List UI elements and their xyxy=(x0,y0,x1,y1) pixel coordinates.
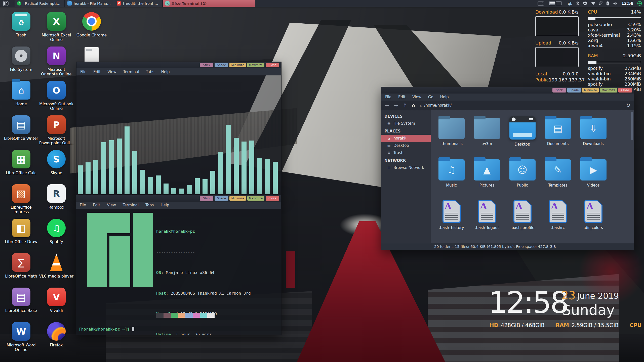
file-w3m[interactable]: .w3m xyxy=(469,114,505,155)
desktop-icon-lo-math[interactable]: ∑ LibreOffice Math xyxy=(4,251,39,286)
desktop-icon-ms-word[interactable]: W Microsoft Word Online xyxy=(4,320,39,354)
desktop-icon-chrome[interactable]: Google Chrome xyxy=(74,10,109,44)
window-button[interactable]: Close xyxy=(618,88,632,93)
update-notifier-icon[interactable] xyxy=(637,1,642,6)
desktop-icon-lo-draw[interactable]: ◧ LibreOffice Draw xyxy=(4,217,39,251)
menu-item[interactable]: File xyxy=(80,70,87,74)
menu-item[interactable]: File xyxy=(80,203,86,207)
file-bash-logout[interactable]: A .bash_logout xyxy=(469,197,505,238)
sidebar-item-trash[interactable]: ♻ Trash xyxy=(381,149,431,157)
file-desktop[interactable]: Desktop xyxy=(505,114,540,155)
window-button[interactable]: Maximize xyxy=(247,63,264,67)
window-button[interactable]: Close xyxy=(266,63,279,67)
menu-item[interactable]: Terminal xyxy=(123,203,139,207)
menu-item[interactable]: Tabs xyxy=(145,203,154,207)
file-bashrc[interactable]: A .bashrc xyxy=(540,197,576,238)
sidebar-item-horakk[interactable]: ⌂ horakk xyxy=(381,135,431,142)
applications-menu-button[interactable] xyxy=(0,0,12,7)
scrollbar[interactable] xyxy=(631,111,633,242)
file-templates[interactable]: ✎ Templates xyxy=(540,155,576,197)
qbittorrent-tray-icon[interactable]: qb xyxy=(568,2,572,6)
shield-check-icon[interactable] xyxy=(583,1,587,6)
up-icon[interactable]: ↑ xyxy=(403,102,407,108)
volume-icon[interactable] xyxy=(613,2,618,6)
terminal-body[interactable]: horakk@horakk-pc ---------------- OS: Ma… xyxy=(76,209,281,335)
task-vivaldi[interactable]: V [reddit: the front page... xyxy=(114,0,163,7)
file-music[interactable]: ♫ Music xyxy=(434,155,469,197)
window-button[interactable]: Shade xyxy=(215,196,228,201)
task-file-manager[interactable]: horakk - File Manager xyxy=(65,0,114,7)
menu-item[interactable]: Edit xyxy=(93,203,100,207)
desktop-icon-ms-outlook[interactable]: O Microsoft Outlook Online xyxy=(39,79,74,113)
home-icon[interactable]: ⌂ xyxy=(412,102,415,108)
sidebar-item-browse-network[interactable]: ⊞ Browse Network xyxy=(381,164,431,171)
workspace-2[interactable] xyxy=(556,2,561,5)
partially-hidden-document-icon[interactable] xyxy=(85,47,99,62)
file-documents[interactable]: ▤ Documents xyxy=(540,114,576,155)
desktop-icon-file-system[interactable]: File System xyxy=(4,44,39,79)
window-button[interactable]: Stick xyxy=(200,196,213,201)
window-button[interactable]: Minimize xyxy=(229,196,246,201)
window-button[interactable]: Stick xyxy=(552,88,566,93)
desktop-icon-spotify[interactable]: ♫ Spotify xyxy=(39,217,74,251)
menu-item[interactable]: Edit xyxy=(398,95,406,99)
desktop-icon-rambox[interactable]: R Rambox xyxy=(39,182,74,217)
menu-item[interactable]: View xyxy=(107,203,116,207)
window-button[interactable]: Close xyxy=(266,196,279,201)
file-thumbnails[interactable]: .thumbnails xyxy=(434,114,469,155)
file-dir-colors[interactable]: A .dir_colors xyxy=(576,197,611,238)
menu-item[interactable]: Help xyxy=(440,95,449,99)
clipboard-paperclip-icon[interactable] xyxy=(599,1,602,6)
panel-grip[interactable]: ⋮ xyxy=(12,0,15,7)
desktop-icon-ms-onenote[interactable]: N Microsoft Onenote Online xyxy=(39,44,74,79)
file-icon-view[interactable]: .thumbnails .w3m Desktop xyxy=(431,110,634,243)
path-bar[interactable]: ⌂ /home/horakk/ xyxy=(420,103,452,108)
workspace-1[interactable] xyxy=(549,2,555,5)
file-videos[interactable]: ▶ Videos xyxy=(576,155,611,197)
window-button[interactable]: Maximize xyxy=(600,88,617,93)
window-button[interactable]: Minimize xyxy=(229,63,246,67)
menu-item[interactable]: Terminal xyxy=(123,70,139,74)
task-spotify[interactable]: ♪ [Radical Redemption - ... xyxy=(15,0,65,7)
window-button[interactable]: Shade xyxy=(567,88,581,93)
file-bash-profile[interactable]: A .bash_profile xyxy=(505,197,540,238)
sidebar-item-file-system[interactable]: ◉ File System xyxy=(381,120,431,127)
menu-item[interactable]: Tabs xyxy=(146,70,154,74)
panel-clock[interactable]: 12:58 xyxy=(621,1,633,6)
menu-item[interactable]: Edit xyxy=(93,70,101,74)
desktop-icon-home[interactable]: ⌂ Home xyxy=(4,79,39,113)
desktop-icon-lo-calc[interactable]: ▦ LibreOffice Calc xyxy=(4,148,39,182)
show-desktop-icon[interactable] xyxy=(538,1,544,6)
wifi-icon[interactable] xyxy=(591,2,595,5)
file-downloads[interactable]: ⇩ Downloads xyxy=(576,114,611,155)
desktop-icon-ms-powerpoint[interactable]: P Microsoft Powerpoint Onli... xyxy=(39,113,74,148)
menu-item[interactable]: File xyxy=(385,95,391,99)
battery-icon[interactable] xyxy=(606,1,609,6)
sidebar-item-desktop[interactable]: ▭ Desktop xyxy=(381,142,431,149)
task-xfce-terminal[interactable]: >_ Xfce Terminal (2) xyxy=(163,0,255,7)
bluetooth-icon[interactable] xyxy=(576,1,579,6)
file-public[interactable]: ☺ Public xyxy=(505,155,540,197)
window-button[interactable]: Minimize xyxy=(582,88,598,93)
menu-item[interactable]: View xyxy=(412,95,421,99)
desktop-icon-lo-impress[interactable]: ▧ LibreOffice Impress xyxy=(4,182,39,217)
menu-item[interactable]: Go xyxy=(428,95,433,99)
desktop-icon-lo-base[interactable]: ▤ LibreOffice Base xyxy=(4,286,39,320)
menu-item[interactable]: Help xyxy=(160,203,169,207)
forward-icon[interactable]: → xyxy=(394,102,398,108)
desktop-icon-vivaldi[interactable]: V Vivaldi xyxy=(39,286,74,320)
workspace-pager[interactable] xyxy=(549,2,561,5)
refresh-icon[interactable]: ↻ xyxy=(626,102,630,108)
scrollbar-thumb[interactable] xyxy=(631,112,633,140)
desktop-icon-vlc[interactable]: VLC media player xyxy=(39,251,74,286)
menu-item[interactable]: View xyxy=(107,70,116,74)
terminal-body[interactable] xyxy=(76,75,281,196)
back-icon[interactable]: ← xyxy=(385,102,389,108)
menu-item[interactable]: Help xyxy=(161,70,170,74)
window-button[interactable]: Shade xyxy=(215,63,228,67)
file-bash-history[interactable]: A .bash_history xyxy=(434,197,469,238)
file-pictures[interactable]: ▲ Pictures xyxy=(469,155,505,197)
desktop-icon-firefox[interactable]: Firefox xyxy=(39,320,74,354)
desktop-icon-ms-excel[interactable]: X Microsoft Excel Online xyxy=(39,10,74,44)
desktop-icon-lo-writer[interactable]: ▤ LibreOffice Writer xyxy=(4,113,39,148)
